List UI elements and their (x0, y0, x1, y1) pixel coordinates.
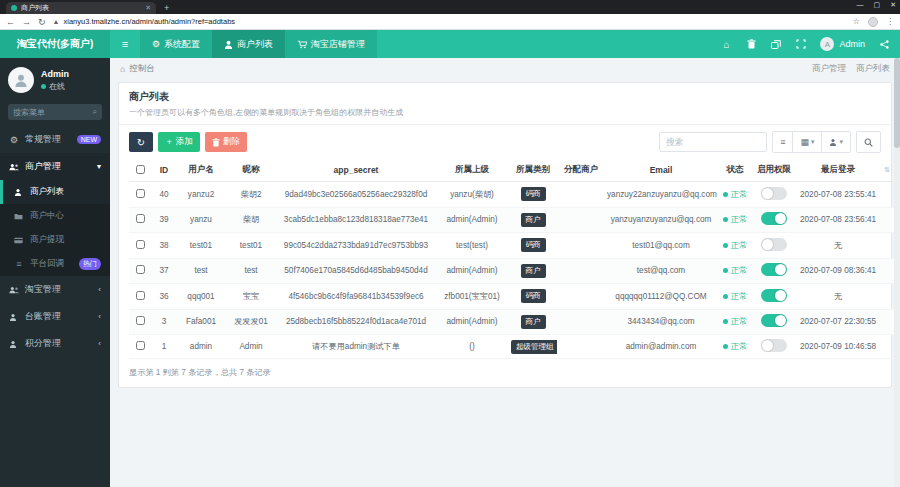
sidebar-item-ledger-mgmt[interactable]: 台账管理 ‹ (0, 303, 110, 330)
users-icon (9, 286, 19, 294)
scrollbar-thumb[interactable] (894, 58, 900, 148)
cell-assigned (557, 335, 605, 359)
url-field[interactable]: ▲ xianyu3.tmallzhe.cn/admin/auth/admin?r… (53, 17, 846, 26)
sidebar-item-merchant-list[interactable]: 商户列表 (0, 180, 110, 204)
cell-username: admin (177, 335, 225, 359)
permission-toggle[interactable] (761, 289, 787, 302)
user-icon (14, 188, 24, 196)
sidebar-search-input[interactable] (13, 108, 93, 117)
cell-app-secret: 50f7406e170a5845d6d485bab9450d4d (277, 258, 435, 284)
permission-toggle[interactable] (761, 339, 787, 352)
row-checkbox[interactable] (136, 240, 145, 249)
browser-menu-icon[interactable]: ⋮ (886, 17, 894, 26)
online-dot (41, 84, 46, 89)
row-checkbox[interactable] (136, 341, 145, 350)
export-user-dropdown-button[interactable]: ▾ (822, 132, 850, 152)
status-dot (723, 344, 728, 349)
favicon (11, 5, 17, 11)
add-button[interactable]: ＋ 添加 (158, 132, 200, 152)
cell-parent: test(test) (435, 233, 509, 259)
select-all-checkbox[interactable] (136, 165, 145, 174)
sidebar-item-merchant-withdraw[interactable]: 商户提现 (0, 228, 110, 252)
settings-share-icon[interactable] (878, 38, 890, 50)
row-checkbox[interactable] (136, 189, 145, 198)
table-row: 40yanzu2柴胡29dad49bc3e02566a05256aec29328… (129, 182, 900, 208)
main-content: ⌂ 控制台 商户管理 商户列表 商户列表 一个管理员可以有多个角色组,左侧的菜单… (110, 58, 900, 487)
category-badge: 码商 (521, 187, 546, 201)
sidebar-item-general[interactable]: ⚙ 常规管理 NEW (0, 126, 110, 153)
sidebar-item-merchant-center[interactable]: 商户中心 (0, 204, 110, 228)
sidebar-item-merchant-mgmt[interactable]: 商户管理 ▾ (0, 153, 110, 180)
cell-category: 码商 (509, 284, 557, 310)
cell-email: test01@qq.com (605, 233, 717, 259)
scrollbar[interactable] (894, 58, 900, 487)
browser-tab[interactable]: 商户列表 ✕ (6, 2, 156, 14)
cell-last-login: 无 (795, 284, 881, 310)
profile-avatar[interactable] (868, 17, 878, 27)
permission-toggle[interactable] (761, 212, 787, 225)
columns-dropdown-button[interactable]: ▦ ▾ (793, 132, 822, 152)
sidebar-item-taobao-mgmt[interactable]: 淘宝管理 ‹ (0, 276, 110, 303)
navtab-system-config[interactable]: ⚙ 系统配置 (140, 30, 212, 58)
window-minimize-icon[interactable]: — (857, 1, 864, 9)
sidebar-user-name: Admin (41, 69, 69, 79)
tab-title: 商户列表 (21, 3, 141, 13)
bookmark-star-icon[interactable]: ☆ (853, 17, 860, 26)
sidebar-item-platform-callback[interactable]: ≡ 平台回调 热门 (0, 252, 110, 276)
row-checkbox[interactable] (136, 265, 145, 274)
window-close-icon[interactable]: ✕ (890, 1, 896, 9)
sidebar-toggle-icon[interactable]: ≡ (110, 30, 140, 58)
row-checkbox[interactable] (136, 316, 145, 325)
fullscreen-icon[interactable] (795, 38, 807, 50)
forward-icon[interactable]: → (22, 17, 31, 27)
row-checkbox[interactable] (136, 291, 145, 300)
refresh-button[interactable]: ↻ (129, 132, 153, 152)
search-toggle-button[interactable] (857, 132, 880, 152)
row-checkbox[interactable] (136, 214, 145, 223)
table-row: 36qqq001宝宝4f546bc9b6c4f9fa96841b34539f9e… (129, 284, 900, 310)
table-search-input[interactable] (659, 132, 767, 152)
sidebar-avatar (8, 67, 34, 93)
caret-down-icon: ▾ (811, 138, 815, 146)
cell-last-login: 2020-07-08 23:55:41 (795, 182, 881, 208)
cell-parent: () (435, 335, 509, 359)
user-icon (9, 313, 19, 321)
sort-icon[interactable]: ⇅ (881, 159, 893, 182)
navtab-merchant-list[interactable]: 商户列表 (212, 30, 285, 58)
app-logo[interactable]: 淘宝代付(多商户) (0, 30, 110, 58)
permission-toggle[interactable] (761, 187, 787, 200)
permission-toggle[interactable] (761, 314, 787, 327)
breadcrumb-merchant-list[interactable]: 商户列表 (856, 63, 890, 75)
breadcrumb-dashboard[interactable]: 控制台 (129, 63, 155, 75)
cell-id: 38 (151, 233, 177, 259)
reload-icon[interactable]: ↻ (38, 17, 46, 27)
sidebar-item-points-mgmt[interactable]: 积分管理 ‹ (0, 330, 110, 357)
cell-nickname: Admin (225, 335, 277, 359)
navtab-taobao-shop[interactable]: 淘宝店铺管理 (285, 30, 377, 58)
cell-permission (753, 335, 795, 359)
cell-category: 超级管理组 (509, 335, 557, 359)
tab-close-icon[interactable]: ✕ (145, 4, 151, 12)
sidebar-search[interactable]: ⌕ (8, 104, 102, 120)
delete-button[interactable]: 删除 (205, 132, 247, 152)
multi-window-icon[interactable] (770, 38, 782, 50)
permission-toggle[interactable] (761, 263, 787, 276)
address-bar: ← → ↻ ▲ xianyu3.tmallzhe.cn/admin/auth/a… (0, 14, 900, 30)
cell-username: yanzu (177, 207, 225, 233)
clear-cache-trash-icon[interactable] (745, 38, 757, 50)
status-dot (723, 268, 728, 273)
cell-app-secret: 请不要用admin测试下单 (277, 335, 435, 359)
table-row: 3Fafa001发发发0125d8becb16f5bb85224f0d1aca4… (129, 309, 900, 335)
permission-toggle[interactable] (761, 238, 787, 251)
breadcrumb-merchant-mgmt[interactable]: 商户管理 (812, 63, 846, 75)
cell-nickname: test01 (225, 233, 277, 259)
toggle-view-icon[interactable]: ≡ (773, 132, 793, 152)
window-maximize-icon[interactable]: ▢ (874, 1, 881, 9)
new-tab-button[interactable]: + (164, 2, 169, 14)
back-icon[interactable]: ← (6, 17, 15, 27)
cell-username: test01 (177, 233, 225, 259)
home-icon[interactable]: ⌂ (720, 38, 732, 50)
sortable-last-login[interactable]: 最后登录 (795, 159, 881, 182)
home-icon[interactable]: ⌂ (120, 64, 125, 74)
navbar-user-menu[interactable]: A Admin (820, 37, 865, 51)
